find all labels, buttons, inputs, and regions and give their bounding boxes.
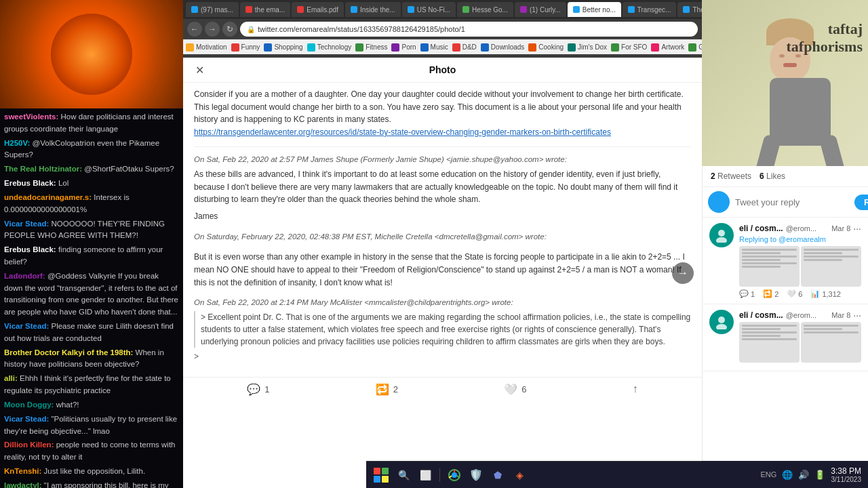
chat-message: Dillion Killen: people need to come to t… [4, 439, 179, 464]
comment-action[interactable]: 💬 1 [247, 383, 269, 396]
reply-username: eli / cosm... [739, 224, 783, 233]
like-action[interactable]: 🤍 6 [504, 383, 526, 396]
bookmark-item[interactable]: For SFO [611, 43, 647, 52]
browser-tab[interactable]: Inside the... [345, 2, 401, 17]
reply-views-action[interactable]: 📊 1,312 [810, 289, 841, 298]
tab-favicon [683, 6, 690, 13]
chat-username: KnTenshi: [4, 467, 41, 475]
email2-block: On Saturday, February 22, 2020, 02:48:38… [194, 231, 691, 243]
bookmark-icon [186, 43, 194, 52]
tray-network-icon[interactable]: 🌐 [782, 470, 793, 480]
chat-text: @ShortFatOtaku Supers? [82, 165, 174, 173]
back-button[interactable]: ← [187, 22, 202, 37]
bookmark-icon [452, 43, 460, 52]
tab-label: Transgec... [637, 6, 671, 14]
chat-username: The Real Holtzinator: [4, 165, 82, 173]
reply-more-button[interactable]: ··· [853, 223, 861, 234]
tab-label: Better no... [583, 6, 616, 14]
bookmark-item[interactable]: Porn [391, 43, 416, 52]
chat-message: lawdactyl: "I am sponsoring this bill, h… [4, 480, 179, 488]
reply-image-1[interactable] [739, 246, 800, 287]
tab-label: Emails.pdf [307, 6, 338, 14]
browser-tab[interactable]: Hesse Go... [457, 2, 513, 17]
browser-tab[interactable]: Emails.pdf [292, 2, 344, 17]
chat-username: undeadocarinagamer.s: [4, 193, 92, 201]
bookmark-item[interactable]: Jim's Dox [568, 43, 607, 52]
retweet-stat-label: Retweets [717, 171, 751, 181]
bookmark-item[interactable]: Technology [307, 43, 352, 52]
search-taskbar-icon[interactable]: 🔍 [395, 466, 412, 484]
reload-button[interactable]: ↻ [222, 22, 237, 37]
bookmark-item[interactable]: Motivation [186, 43, 227, 52]
reply-avatar-2 [709, 310, 734, 334]
share-action[interactable]: ↑ [633, 383, 638, 395]
shield-taskbar-icon[interactable]: 🛡️ [467, 466, 485, 484]
chat-text: what?! [54, 401, 79, 409]
chat-username: sweetViolents: [4, 113, 58, 121]
bookmark-item[interactable]: Funny [231, 43, 260, 52]
bookmark-item[interactable]: Artwork [651, 43, 684, 52]
email4-meta: On Sat, Feb 22, 2020 at 2:14 PM Mary McA… [194, 297, 691, 309]
reply-button[interactable]: Reply [854, 195, 868, 210]
reply-like-action[interactable]: 🤍 6 [787, 289, 802, 298]
browser-tab[interactable]: Better no... [568, 2, 621, 17]
reply-header-2: eli / cosm... @erom... Mar 8 ··· [739, 310, 861, 321]
bookmark-item[interactable]: Cooking [528, 43, 564, 52]
bookmark-item[interactable]: Downloads [481, 43, 524, 52]
browser-tab[interactable]: (97) mas... [186, 2, 239, 17]
browser-tab[interactable]: US No-Fi... [402, 2, 456, 17]
email1-body: As these bills are advanced, I think it'… [194, 168, 691, 206]
address-bar[interactable]: 🔒 twitter.com/eromarealm/status/16335697… [240, 22, 698, 37]
streamer-arm-right [819, 134, 846, 166]
nav-bar: ← → ↻ 🔒 twitter.com/eromarealm/status/16… [183, 19, 702, 39]
reply-image-3[interactable] [739, 322, 800, 363]
email3-body: But it is even worse than any other exam… [194, 251, 691, 289]
discord-taskbar-icon[interactable]: ⬟ [489, 466, 507, 484]
browser-tab[interactable]: The wave... [677, 2, 702, 17]
reply-input[interactable] [735, 192, 849, 211]
bookmark-item[interactable]: Music [420, 43, 448, 52]
reply-item: eli / cosm... @erom... Mar 8 ··· Replyin… [703, 218, 868, 304]
tray-battery-icon[interactable]: 🔋 [814, 470, 825, 480]
reply-image-grid [739, 246, 861, 287]
retweet-action[interactable]: 🔁 2 [376, 383, 398, 396]
bookmark-item[interactable]: Fitness [355, 43, 387, 52]
reply-comment-action[interactable]: 💬 1 [739, 289, 755, 298]
reply-retweet-action[interactable]: 🔁 2 [763, 289, 778, 298]
tab-label: Hesse Go... [472, 6, 508, 14]
next-image-button[interactable]: → [672, 262, 694, 284]
browser-tab[interactable]: Transgec... [623, 2, 677, 17]
reply-views-count: 1,312 [822, 290, 841, 298]
streamer-body [770, 78, 831, 146]
reply-image-2[interactable] [801, 246, 861, 287]
tray-volume-icon[interactable]: 🔊 [798, 470, 809, 480]
modal-close-button[interactable]: ✕ [191, 62, 208, 78]
chrome-taskbar-icon[interactable] [446, 466, 463, 484]
chrome-icon [448, 469, 460, 481]
task-view-icon[interactable]: ⬜ [416, 466, 434, 484]
tweet-content-area: ✕ Photo Consider if you are a mother of … [183, 58, 702, 488]
svg-point-1 [452, 472, 457, 478]
reply-date-2: Mar 8 [831, 311, 850, 319]
law-center-link[interactable]: https://transgenderlawcenter.org/resourc… [194, 127, 611, 137]
tab-label: (97) mas... [201, 6, 233, 14]
forward-button[interactable]: → [205, 22, 220, 37]
reply-image-4[interactable] [801, 322, 861, 363]
start-button[interactable] [372, 466, 391, 485]
email-thread: Consider if you are a mother of a daught… [194, 88, 691, 363]
browser-tab[interactable]: the ema... [240, 2, 290, 17]
bookmark-item[interactable]: D&D [452, 43, 477, 52]
bookmark-item[interactable]: Garden [688, 43, 702, 52]
tab-bar: (97) mas...the ema...Emails.pdfInside th… [183, 0, 702, 19]
bookmark-item[interactable]: Shopping [264, 43, 302, 52]
like-stat: 6 Likes [760, 171, 785, 181]
reply-more-button-2[interactable]: ··· [853, 310, 861, 321]
chat-username: Moon Doggy: [4, 401, 54, 409]
browser-tab[interactable]: (1) Curly... [515, 2, 566, 17]
url-text: twitter.com/eromarealm/status/1633569788… [258, 25, 465, 33]
app-taskbar-icon[interactable]: ◈ [511, 466, 528, 484]
email1-block: On Sat, Feb 22, 2020 at 2:57 PM James Sh… [194, 154, 691, 222]
tray-time-display: 3:38 PM [831, 466, 861, 476]
chat-stream-image [0, 0, 183, 108]
bookmark-label: Jim's Dox [578, 43, 607, 51]
